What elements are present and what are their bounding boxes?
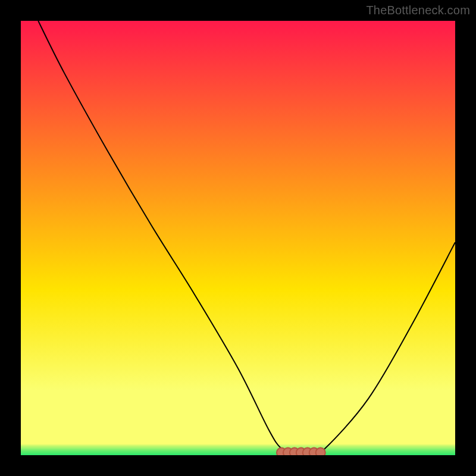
green-band [21,444,455,455]
watermark-text: TheBottleneck.com [366,4,470,17]
plot-area [21,21,455,455]
chart-frame: TheBottleneck.com [0,0,476,476]
svg-rect-9 [21,454,455,455]
plot-svg [21,21,455,455]
gradient-background [21,21,455,455]
optimal-markers [277,448,325,455]
optimal-marker [316,448,325,455]
